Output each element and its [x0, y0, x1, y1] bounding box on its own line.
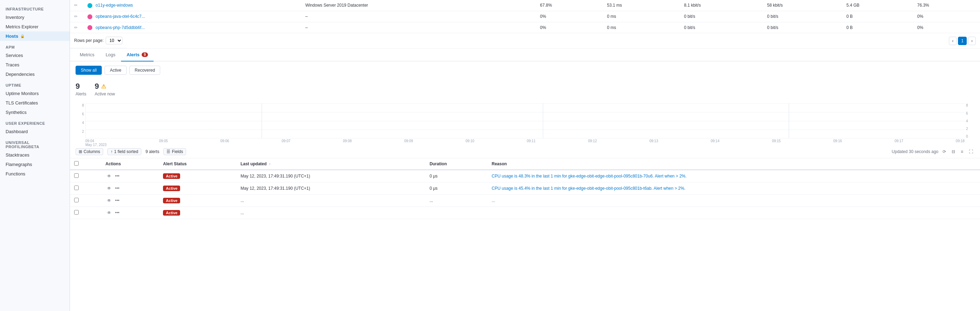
row-checkbox[interactable]	[74, 198, 79, 202]
fields-button[interactable]: ☰ Fields	[163, 148, 186, 155]
rows-per-page-select[interactable]: 10 25 50	[106, 37, 123, 44]
x-axis-label: 09:17	[895, 139, 904, 145]
alert-count-value-total-alerts: 9	[76, 82, 80, 91]
last-updated-cell: May 12, 2023, 17:49:31.190 (UTC+1)	[236, 182, 425, 195]
sort-button[interactable]: ↑ 1 field sorted	[107, 148, 141, 155]
host-name-link[interactable]: opbeans-java-otel-6c4c7...	[95, 14, 145, 19]
view-icon-btn[interactable]: 👁	[106, 185, 113, 192]
next-page-button[interactable]: ›	[968, 37, 976, 45]
chart-x-labels: 09:04 May 17, 202309:0509:0609:0709:0809…	[85, 139, 965, 145]
edit-icon[interactable]: ✏	[74, 14, 78, 19]
select-all-header[interactable]	[70, 158, 102, 170]
host-load: 0%	[913, 22, 980, 33]
fullscreen-button[interactable]: ⛶	[967, 149, 974, 155]
alert-count-num-total-alerts: 9	[76, 82, 80, 91]
grid-line-4	[86, 121, 965, 121]
filter-btn-recovered[interactable]: Recovered	[129, 66, 160, 75]
col-header-status[interactable]: Alert Status	[159, 158, 236, 170]
more-options-btn[interactable]: •••	[114, 173, 121, 179]
view-icon-btn[interactable]: 👁	[106, 173, 113, 179]
sidebar-item-hosts[interactable]: Hosts🔒	[0, 32, 70, 41]
sidebar-item-functions[interactable]: Functions	[0, 169, 70, 179]
tab-label-logs: Logs	[106, 52, 115, 57]
row-checkbox[interactable]	[74, 186, 79, 190]
more-options-btn[interactable]: •••	[114, 185, 121, 192]
tab-metrics[interactable]: Metrics	[74, 49, 100, 62]
reason-link[interactable]: CPU usage is 48.3% in the last 1 min for…	[492, 174, 687, 179]
col-header-reason[interactable]: Reason	[488, 158, 980, 170]
edit-icon[interactable]: ✏	[74, 25, 78, 30]
sidebar-item-dashboard[interactable]: Dashboard	[0, 127, 70, 136]
columns-icon: ⊞	[79, 149, 82, 154]
col-label-duration: Duration	[430, 162, 447, 166]
view-icon-btn[interactable]: 👁	[106, 197, 113, 204]
grid-view-button[interactable]: ⊟	[950, 149, 956, 155]
reason-cell	[488, 207, 980, 219]
chart-inner	[85, 103, 965, 138]
refresh-button[interactable]: ⟳	[941, 149, 948, 155]
sidebar-item-services[interactable]: Services	[0, 51, 70, 60]
grid-line-8	[86, 103, 965, 104]
col-header-actions[interactable]: Actions	[102, 158, 159, 170]
host-rx: 0 bit/s	[680, 22, 763, 33]
sidebar-item-dependencies[interactable]: Dependencies	[0, 70, 70, 79]
sidebar-item-flamegraphs[interactable]: Flamegraphs	[0, 160, 70, 169]
sidebar-section-infrastructure: Infrastructure	[0, 3, 70, 13]
tab-alerts[interactable]: Alerts9	[121, 49, 154, 62]
chart-divider-2	[543, 103, 543, 138]
y-axis-label: 6	[76, 112, 84, 116]
filter-btn-active[interactable]: Active	[105, 66, 127, 75]
alert-count-active-now: 9⚠Active now	[95, 82, 115, 97]
edit-icon[interactable]: ✏	[74, 3, 78, 8]
sidebar-item-tls-certificates[interactable]: TLS Certificates	[0, 98, 70, 108]
host-load: 0%	[913, 11, 980, 22]
sort-asc-icon: ↑	[268, 162, 271, 166]
host-tx: 58 kbit/s	[763, 0, 842, 11]
col-header-duration[interactable]: Duration	[425, 158, 488, 170]
alert-status-badge: Active	[163, 210, 180, 216]
reason-link[interactable]: CPU usage is 45.4% in the last 1 min for…	[492, 186, 686, 191]
host-memory: 0 ms	[603, 22, 680, 33]
duration-cell: 0 μs	[425, 182, 488, 195]
sidebar: InfrastructureInventoryMetrics ExplorerH…	[0, 0, 70, 311]
sidebar-item-label-dashboard: Dashboard	[6, 129, 28, 134]
sidebar-item-metrics-explorer[interactable]: Metrics Explorer	[0, 22, 70, 32]
host-cpu: 67.8%	[536, 0, 603, 11]
more-options-btn[interactable]: •••	[114, 209, 121, 216]
host-os-icon	[88, 3, 92, 8]
sidebar-item-traces[interactable]: Traces	[0, 60, 70, 70]
columns-button[interactable]: ⊞ Columns	[76, 148, 103, 155]
col-label-status: Alert Status	[163, 162, 186, 166]
tab-logs[interactable]: Logs	[100, 49, 121, 62]
y-axis-label: 4	[76, 121, 84, 125]
row-checkbox[interactable]	[74, 173, 79, 178]
sidebar-item-uptime-monitors[interactable]: Uptime Monitors	[0, 89, 70, 98]
filter-btn-show-all[interactable]: Show all	[76, 66, 102, 75]
chart-divider-3	[789, 103, 789, 138]
select-all-checkbox[interactable]	[74, 161, 79, 166]
rows-per-page-control: Rows per page: 10 25 50	[70, 33, 127, 48]
sidebar-item-synthetics[interactable]: Synthetics	[0, 108, 70, 117]
host-os-icon	[88, 25, 92, 30]
alert-status-badge: Active	[163, 173, 180, 179]
table-row: ✏ opbeans-php-7d5ddbb6f... – 0% 0 ms 0 b…	[70, 22, 980, 33]
sidebar-item-inventory[interactable]: Inventory	[0, 13, 70, 22]
host-name-link[interactable]: opbeans-php-7d5ddbb6f...	[95, 25, 145, 30]
more-options-btn[interactable]: •••	[114, 197, 121, 204]
table-row: 👁 ••• Active ...	[70, 207, 980, 219]
sidebar-item-stacktraces[interactable]: Stacktraces	[0, 150, 70, 160]
list-view-button[interactable]: ≡	[959, 149, 965, 155]
table-row: 👁 ••• Active May 12, 2023, 17:49:31.190 …	[70, 170, 980, 182]
y-axis-right-label: 4	[966, 119, 974, 123]
current-page-button[interactable]: 1	[958, 37, 967, 45]
row-checkbox[interactable]	[74, 210, 79, 214]
x-axis-label: 09:15	[772, 139, 781, 145]
host-name-link[interactable]: o11y-edge-windows	[95, 3, 133, 8]
tab-label-alerts: Alerts	[127, 52, 140, 57]
col-label-reason: Reason	[492, 162, 507, 166]
fields-label: Fields	[172, 149, 183, 154]
view-icon-btn[interactable]: 👁	[106, 209, 113, 216]
col-header-last-updated[interactable]: Last updated ↑	[236, 158, 425, 170]
reason-link[interactable]: ...	[492, 198, 495, 203]
prev-page-button[interactable]: ‹	[949, 37, 956, 45]
